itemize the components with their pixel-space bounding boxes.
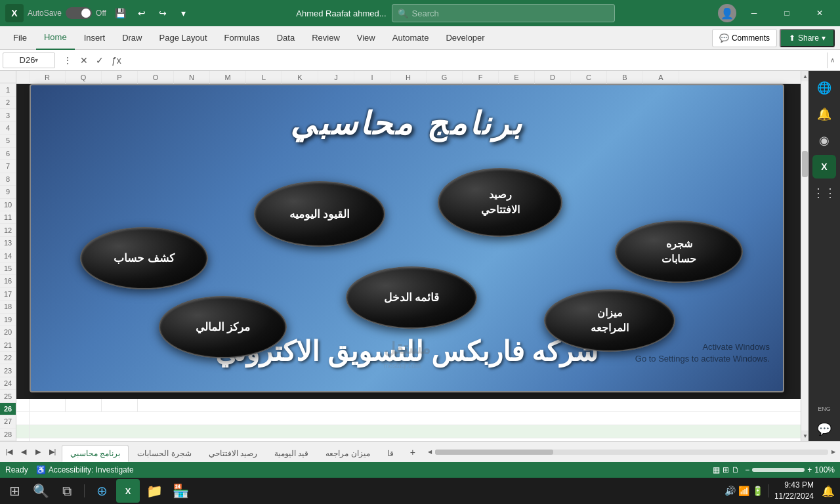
- hscroll-area[interactable]: ◀ ▶: [423, 442, 840, 462]
- scroll-up-button[interactable]: ▲: [801, 71, 808, 81]
- tab-home[interactable]: Home: [36, 26, 75, 50]
- sheet-tab-accounts[interactable]: شجرة الحسابات: [129, 445, 200, 462]
- sheet-tab-journal[interactable]: قيد اليومية: [266, 445, 317, 462]
- tab-file[interactable]: File: [5, 26, 35, 50]
- scroll-thumb[interactable]: [802, 151, 808, 177]
- taskbar-separator: [84, 484, 85, 497]
- formula-enter-icon[interactable]: ✓: [93, 54, 106, 67]
- share-button[interactable]: ⬆ Share ▾: [780, 29, 835, 47]
- sheet-last-btn[interactable]: ▶|: [46, 445, 59, 459]
- opening-balance-button[interactable]: رصيدالافتتاحي: [438, 168, 562, 237]
- row-num-12: 12: [0, 224, 16, 236]
- sheet-first-btn[interactable]: |◀: [3, 445, 16, 459]
- user-avatar[interactable]: 👤: [718, 4, 736, 22]
- scroll-down-button[interactable]: ▼: [801, 430, 808, 441]
- excel-taskbar-app-icon[interactable]: X: [116, 479, 140, 503]
- col-header-P: P: [102, 71, 138, 84]
- maximize-button[interactable]: □: [772, 3, 802, 24]
- hscroll-thumb[interactable]: [435, 450, 553, 455]
- tray-icon-2[interactable]: 📶: [738, 486, 749, 496]
- search-box[interactable]: 🔍 Search: [392, 4, 615, 22]
- sheet-tab-opening[interactable]: رصيد الافتتاحي: [200, 445, 266, 462]
- tab-page-layout[interactable]: Page Layout: [152, 26, 215, 50]
- sheet-prev-btn[interactable]: ◀: [17, 445, 30, 459]
- cell-ref-dropdown-icon[interactable]: ▾: [35, 56, 38, 64]
- formula-bar-expand-icon[interactable]: ∧: [827, 52, 837, 68]
- clock-time: 9:43 PM: [774, 480, 814, 491]
- hscroll-left-btn[interactable]: ◀: [426, 448, 434, 456]
- zoom-control[interactable]: − + 100%: [745, 465, 835, 474]
- row-num-13: 13: [0, 237, 16, 249]
- task-view-button[interactable]: ⧉: [55, 479, 79, 503]
- formula-cancel-icon[interactable]: ✕: [77, 54, 91, 67]
- tab-developer[interactable]: Developer: [438, 26, 492, 50]
- col-header-F: F: [463, 71, 499, 84]
- search-placeholder: Search: [412, 9, 439, 18]
- zoom-in-icon[interactable]: +: [807, 465, 812, 474]
- formula-more-icon[interactable]: ⋮: [60, 54, 75, 67]
- chart-of-accounts-button[interactable]: شجرهحسابات: [615, 220, 743, 283]
- income-statement-button[interactable]: قائمه الدخل: [346, 266, 477, 329]
- comments-button[interactable]: 💬 Comments: [712, 29, 777, 47]
- zoom-out-icon[interactable]: −: [745, 465, 749, 474]
- sheet-tab-main[interactable]: برنامج محاسبي: [62, 445, 129, 462]
- edge-2-icon[interactable]: ◉: [812, 129, 836, 152]
- file-explorer-icon[interactable]: 📁: [142, 479, 166, 503]
- embedded-chart[interactable]: برنامج محاسبي القيود اليوميه رصيدالافتتا…: [30, 84, 784, 392]
- add-sheet-button[interactable]: +: [406, 446, 419, 459]
- sheet-next-btn[interactable]: ▶: [32, 445, 45, 459]
- row-num-26: 26: [0, 403, 16, 415]
- autosave-toggle[interactable]: [66, 7, 92, 19]
- tab-insert[interactable]: Insert: [76, 26, 114, 50]
- edge-taskbar-icon[interactable]: ⊕: [90, 479, 114, 503]
- tab-review[interactable]: Review: [304, 26, 348, 50]
- tab-draw[interactable]: Draw: [114, 26, 150, 50]
- vertical-scrollbar[interactable]: ▲ ▼: [801, 71, 808, 441]
- tab-view[interactable]: View: [349, 26, 383, 50]
- formula-insert-fn-icon[interactable]: ƒx: [109, 54, 124, 67]
- tray-icon-3[interactable]: 🔋: [752, 486, 763, 496]
- workbook-title: Ahmed Raafat ahmed...: [296, 9, 386, 18]
- normal-view-icon[interactable]: ▦: [713, 465, 720, 474]
- cell-reference-box[interactable]: D26 ▾: [3, 52, 55, 68]
- start-menu-button[interactable]: ⊞: [3, 479, 26, 503]
- spreadsheet-main: R Q P O N M L K J I H G F E D C B: [16, 71, 801, 441]
- tab-automate[interactable]: Automate: [385, 26, 437, 50]
- apps-icon[interactable]: ⋮⋮: [812, 181, 836, 205]
- app-layout: X AutoSave Off 💾 ↩ ↪ ▾ Ahmed Raafat ahme…: [0, 0, 840, 504]
- edge-icon[interactable]: 🌐: [812, 76, 836, 100]
- undo-icon[interactable]: ↩: [133, 5, 151, 21]
- formula-input[interactable]: [129, 52, 824, 68]
- tray-icon-1[interactable]: 🔊: [724, 486, 736, 496]
- financial-center-button[interactable]: مركز المالي: [159, 296, 287, 358]
- zoom-slider[interactable]: [752, 468, 805, 472]
- tab-data[interactable]: Data: [269, 26, 303, 50]
- minimize-button[interactable]: ─: [739, 3, 769, 24]
- sheet-tab-extra[interactable]: قا: [379, 445, 402, 462]
- notification-center-button[interactable]: 🔔: [819, 485, 837, 497]
- sheet-tab-trial[interactable]: ميزان مراجعه: [317, 445, 378, 462]
- sheet-nav: |◀ ◀ ▶ ▶|: [0, 442, 62, 462]
- accessibility-area[interactable]: ♿ Accessibility: Investigate: [36, 465, 134, 474]
- store-icon[interactable]: 🏪: [169, 479, 192, 503]
- row-num-21: 21: [0, 339, 16, 352]
- col-header-A: A: [643, 71, 679, 84]
- notification-icon[interactable]: 🔔: [812, 102, 836, 126]
- excel-taskbar-icon[interactable]: X: [812, 155, 836, 178]
- hscroll-right-btn[interactable]: ▶: [830, 448, 837, 456]
- account-statement-button[interactable]: كشف حساب: [80, 227, 208, 289]
- chat-icon[interactable]: 💬: [812, 417, 836, 441]
- page-layout-view-icon[interactable]: 🗋: [732, 465, 740, 474]
- save-icon[interactable]: 💾: [112, 5, 130, 21]
- daily-entries-button[interactable]: القيود اليوميه: [254, 181, 385, 247]
- chart-buttons-area: القيود اليوميه رصيدالافتتاحي كشف حساب شج…: [31, 155, 783, 326]
- page-break-view-icon[interactable]: ⊞: [723, 465, 729, 474]
- more-commands-icon[interactable]: ▾: [175, 5, 193, 21]
- close-button[interactable]: ✕: [805, 3, 835, 24]
- col-header-N: N: [174, 71, 210, 84]
- clock[interactable]: 9:43 PM 11/22/2024: [774, 480, 814, 502]
- redo-icon[interactable]: ↪: [154, 5, 172, 21]
- zoom-fill: [752, 468, 805, 472]
- tab-formulas[interactable]: Formulas: [217, 26, 268, 50]
- taskbar-search-button[interactable]: 🔍: [29, 479, 52, 503]
